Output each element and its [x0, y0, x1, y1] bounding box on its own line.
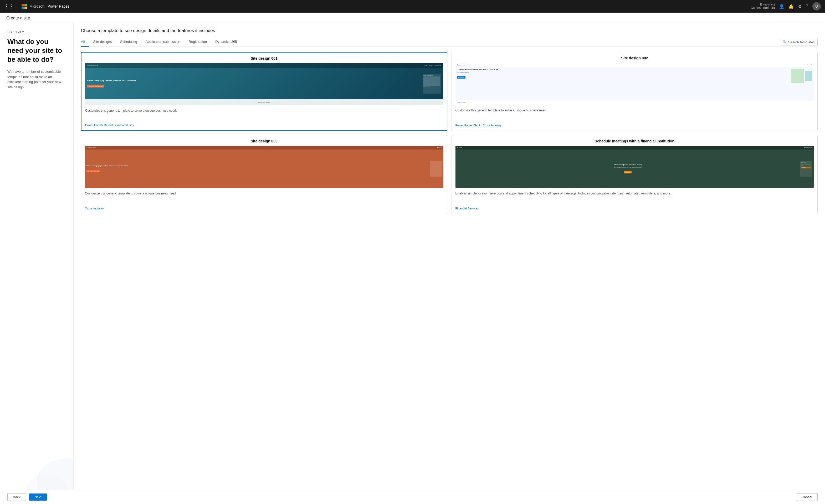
top-navigation: ⋮⋮⋮ Microsoft Power Pages Environment Co… — [0, 0, 825, 13]
tab-scheduling[interactable]: Scheduling — [116, 37, 141, 47]
environment-info: Environment Contoso (default) — [751, 3, 775, 10]
tag-cross-industry-001[interactable]: Cross-Industry — [115, 123, 134, 127]
microsoft-squares-icon — [21, 4, 27, 9]
brand-name: Microsoft — [29, 4, 45, 8]
back-button[interactable]: Back — [7, 493, 26, 501]
environment-value: Contoso (default) — [751, 6, 775, 10]
next-button[interactable]: Next — [29, 494, 47, 501]
tab-all[interactable]: All — [81, 37, 89, 47]
template-desc-finance: Enables simple location selection and ap… — [452, 188, 818, 204]
person-icon[interactable]: 👤 — [779, 4, 784, 9]
template-desc-001: Customize this generic template to solve… — [81, 105, 447, 121]
tab-application-submission[interactable]: Application submission — [141, 37, 184, 47]
template-header: Choose a template to see design details … — [74, 23, 825, 37]
sidebar-heading: What do you need your site to be able to… — [7, 37, 66, 64]
template-preview-finance: Back title Bank name ☰ Welcome to [Inser… — [455, 146, 814, 188]
settings-icon[interactable]: ⚙ — [798, 4, 802, 9]
search-icon: 🔍 — [783, 40, 786, 44]
template-desc-003: Customize this generic template to solve… — [81, 188, 447, 204]
search-templates-label[interactable]: Search templates — [788, 40, 815, 44]
template-tags-finance: Financial Services — [452, 204, 818, 214]
tab-dynamics-365[interactable]: Dynamics 365 — [211, 37, 241, 47]
templates-grid: Site design 001 Company name Home Pages … — [74, 47, 825, 490]
tab-registration[interactable]: Registration — [184, 37, 211, 47]
template-preview-003: Company name Home ☰ Create an engaging h… — [85, 146, 443, 188]
main-layout: Step 1 of 2 What do you need your site t… — [0, 23, 825, 490]
template-title-003: Site design 003 — [81, 135, 447, 146]
app-name: Power Pages — [48, 4, 69, 8]
template-title-002: Site design 002 — [452, 52, 818, 63]
environment-label: Environment — [760, 3, 775, 6]
page-header: Create a site — [0, 13, 825, 23]
sidebar: Step 1 of 2 What do you need your site t… — [0, 23, 74, 490]
bell-icon[interactable]: 🔔 — [789, 4, 794, 9]
template-title-001: Site design 001 — [81, 53, 447, 63]
template-preview-002: Company name Home Contact Us Create an e… — [455, 63, 814, 105]
tag-financial-services[interactable]: Financial Services — [455, 207, 479, 210]
template-card-site-design-001[interactable]: Site design 001 Company name Home Pages … — [81, 52, 447, 131]
help-icon[interactable]: ? — [806, 4, 808, 9]
sidebar-decoration — [26, 448, 74, 490]
topnav-right-group: Environment Contoso (default) 👤 🔔 ⚙ ? U — [751, 2, 821, 10]
sidebar-description: We have a number of customizable templat… — [7, 69, 66, 90]
choose-template-heading: Choose a template to see design details … — [81, 28, 818, 33]
template-tags-002: Power Pages Blank Cross-Industry — [452, 121, 818, 131]
tag-cross-industry-003[interactable]: Cross-Industry — [85, 207, 104, 210]
waffle-icon[interactable]: ⋮⋮⋮ — [4, 3, 18, 9]
template-preview-001: Company name Home Pages Contact ☰ Create… — [85, 63, 443, 105]
search-templates-box[interactable]: 🔍 Search templates — [780, 39, 818, 46]
template-tags-003: Cross-Industry — [81, 204, 447, 214]
filter-tabs: All Site designs Scheduling Application … — [81, 37, 818, 47]
microsoft-logo: Microsoft — [21, 4, 45, 9]
avatar[interactable]: U — [812, 2, 821, 10]
tab-site-designs[interactable]: Site designs — [89, 37, 116, 47]
template-tags-001: Power Portals Default Cross-Industry — [81, 121, 447, 130]
template-card-site-design-002[interactable]: Site design 002 Company name Home Contac… — [452, 52, 818, 131]
bottom-bar: Back Next Cancel — [0, 490, 825, 504]
tag-power-portals-default[interactable]: Power Portals Default — [85, 123, 113, 127]
template-card-schedule-meetings[interactable]: Schedule meetings with a financial insti… — [452, 135, 818, 214]
template-card-site-design-003[interactable]: Site design 003 Company name Home ☰ Crea… — [81, 135, 447, 214]
content-area: Choose a template to see design details … — [74, 23, 825, 490]
step-indicator: Step 1 of 2 — [7, 30, 66, 34]
template-title-finance: Schedule meetings with a financial insti… — [452, 135, 818, 146]
tag-power-pages-blank[interactable]: Power Pages Blank — [455, 124, 481, 127]
template-desc-002: Customize this generic template to solve… — [452, 105, 818, 121]
page-title: Create a site — [6, 16, 819, 20]
cancel-button[interactable]: Cancel — [796, 493, 818, 501]
tag-cross-industry-002[interactable]: Cross-Industry — [483, 124, 502, 127]
